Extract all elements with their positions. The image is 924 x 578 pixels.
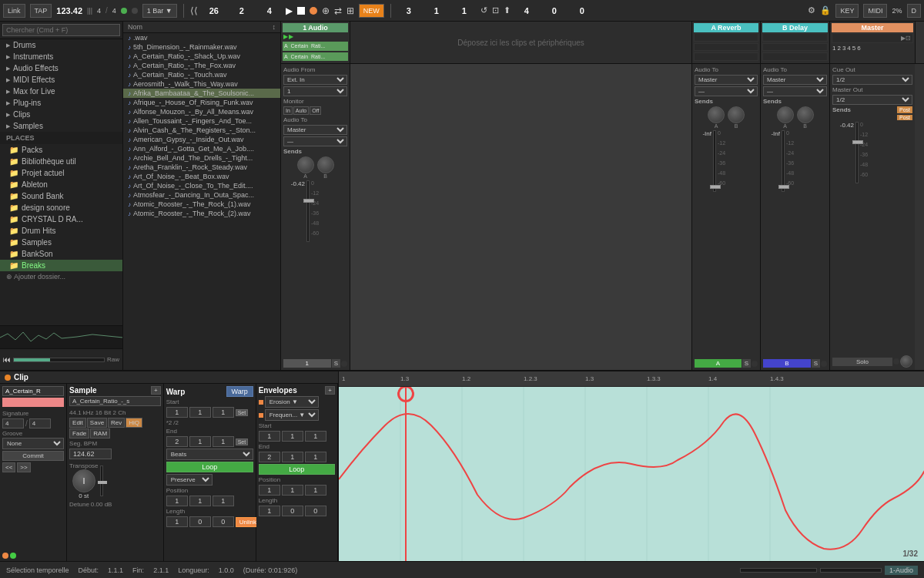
midi-button[interactable]: MIDI (863, 4, 887, 18)
file-item-17[interactable]: ♪Atmosfear_-_Dancing_In_Outa_Spac... (123, 190, 280, 200)
pitch-slider[interactable] (100, 465, 103, 496)
len-field-3[interactable] (213, 516, 234, 527)
d-button[interactable]: D (907, 4, 922, 18)
pos-field-2[interactable] (189, 496, 211, 506)
file-item-16[interactable]: ♪Art_Of_Noise_-_Close_To_The_Edit.... (123, 181, 280, 190)
play-icon-audio1[interactable]: ▶ (283, 33, 288, 40)
loop-btn[interactable]: Loop (166, 462, 253, 472)
commit-button[interactable]: Commit (2, 451, 64, 461)
send-knob-B[interactable] (317, 156, 334, 173)
file-item-2[interactable]: ♪A_Certain_Ratio_-_Shack_Up.wav (123, 52, 280, 61)
env-end-1[interactable] (259, 452, 280, 462)
stop-button[interactable] (297, 7, 305, 15)
env-loop-btn[interactable]: Loop (259, 464, 335, 475)
save-btn[interactable]: Save (87, 418, 107, 428)
record-button[interactable] (310, 7, 317, 15)
delay-channel-btn[interactable]: B (763, 359, 811, 368)
place-item-projet[interactable]: 📁 Projet actuel (0, 167, 122, 179)
right-scrollbar[interactable] (915, 22, 924, 63)
master-cue-knob[interactable] (900, 355, 912, 368)
search-input[interactable] (2, 24, 120, 36)
channel-num-btn[interactable]: 1 (283, 359, 331, 368)
edit-btn[interactable]: Edit (69, 418, 86, 428)
settings-icon[interactable]: ⚙ (808, 5, 815, 15)
monitor-auto-btn[interactable]: Auto (293, 106, 309, 115)
delay-fader-track[interactable] (782, 130, 785, 192)
reverb-clip-empty3[interactable] (694, 52, 758, 61)
ram-btn[interactable]: RAM (90, 428, 110, 439)
add-folder-button[interactable]: ⊕ Ajouter dossier... (0, 271, 122, 282)
place-item-packs[interactable]: 📁 Packs (0, 144, 122, 156)
prev-clip-btn[interactable]: << (2, 462, 15, 472)
next-clip-btn[interactable]: >> (17, 462, 30, 472)
skip-back-icon[interactable]: ⟨⟨ (190, 5, 198, 16)
pos-field-3[interactable] (213, 496, 234, 506)
clip-icon[interactable]: ⊡ (492, 5, 499, 15)
browser-item-instruments[interactable]: ▶ Instruments (0, 51, 122, 62)
groove-select[interactable]: None (2, 438, 64, 449)
start-field-1[interactable] (166, 407, 188, 418)
start-set-btn[interactable]: Set (236, 409, 249, 416)
beats-select[interactable]: Beats (166, 449, 253, 460)
clip-slot-2[interactable]: A_Certain_Rati... (283, 52, 348, 62)
audio-to-select2[interactable]: — (283, 136, 347, 146)
place-item-crystal[interactable]: 📁 CRYSTAL D RA... (0, 213, 122, 225)
env-len-2[interactable] (282, 506, 303, 516)
play-button[interactable]: ▶ (286, 5, 293, 16)
loop-icon[interactable]: ↺ (480, 5, 487, 15)
monitor-off-btn[interactable]: Off (310, 106, 321, 115)
place-item-ableton[interactable]: 📁 Ableton (0, 179, 122, 190)
hiq-btn[interactable]: HiQ (126, 418, 142, 428)
sort-icon[interactable]: ↕ (273, 23, 276, 31)
file-item-4[interactable]: ♪A_Certain_Ratio_-_Touch.wav (123, 70, 280, 79)
sig-num-input[interactable] (2, 418, 24, 428)
delay-solo-btn[interactable]: S (812, 359, 820, 368)
place-item-drumhits[interactable]: 📁 Drum Hits (0, 225, 122, 237)
audio-to-select[interactable]: Master (283, 125, 347, 135)
browser-item-plugins[interactable]: ▶ Plug-ins (0, 97, 122, 109)
post-btn-1[interactable]: Post (897, 106, 912, 113)
delay-audio-to-select2[interactable]: — (763, 86, 827, 96)
browser-item-clips[interactable]: ▶ Clips (0, 109, 122, 120)
reverb-clip-empty1[interactable] (694, 33, 758, 42)
file-item-10[interactable]: ♪Alvin_Cash_&_The_Registers_-_Ston... (123, 126, 280, 135)
lock-icon[interactable]: 🔒 (820, 5, 831, 15)
end-field-3[interactable] (213, 436, 234, 447)
file-item-3[interactable]: ♪A_Certain_Ratio_-_The_Fox.wav (123, 61, 280, 70)
master-solo-label[interactable]: Solo (832, 358, 892, 366)
env-start-2[interactable] (282, 431, 303, 442)
clip-name-input[interactable] (2, 386, 64, 396)
link-button[interactable]: Link (3, 4, 25, 18)
tap-button[interactable]: TAP (30, 4, 52, 18)
place-item-biblio[interactable]: 📁 Bibliothèque util (0, 156, 122, 167)
file-item-11[interactable]: ♪American_Gypsy_-_Inside_Out.wav (123, 135, 280, 144)
track-name-audio1[interactable]: 1 Audio (283, 23, 348, 32)
pitch-slider-handle[interactable] (98, 481, 107, 484)
env-end-2[interactable] (282, 452, 303, 462)
pos-field-1[interactable] (166, 496, 188, 506)
place-item-bankson[interactable]: 📁 BankSon (0, 248, 122, 260)
place-item-samples-place[interactable]: 📁 Samples (0, 237, 122, 248)
env-pos-2[interactable] (282, 485, 303, 496)
delay-fader-handle[interactable] (778, 185, 789, 189)
end-field-2[interactable] (189, 436, 211, 447)
transpose-knob[interactable] (72, 469, 95, 492)
file-item-12[interactable]: ♪Ann_Alford_-_Gotta_Get_Me_A_Job.... (123, 144, 280, 153)
master-fader-handle[interactable] (852, 140, 863, 144)
file-item-0[interactable]: ♪.wav (123, 33, 280, 42)
reverb-clip-empty2[interactable] (694, 43, 758, 52)
env-erosion-select[interactable]: Erosion ▼ (265, 396, 319, 408)
scene-icon[interactable]: ⬆ (504, 5, 511, 15)
file-item-6[interactable]: ♪Afrika_Bambaataa_&_The_Soulsonic... (123, 89, 280, 98)
start-field-3[interactable] (213, 407, 234, 418)
reverb-send-knob-A[interactable] (708, 106, 725, 123)
fader-track-audio1[interactable] (306, 180, 310, 242)
key-button[interactable]: KEY (835, 4, 859, 18)
seg-bpm-input[interactable] (69, 449, 112, 459)
len-field-2[interactable] (189, 516, 211, 527)
reverb-audio-to-select[interactable]: Master (695, 75, 758, 85)
env-frequency-select[interactable]: Frequen... ▼ (265, 409, 319, 421)
fader-handle-audio1[interactable] (303, 199, 314, 203)
sample-add-btn[interactable]: + (151, 386, 161, 395)
file-item-7[interactable]: ♪Afrique_-_House_Of_Rising_Funk.wav (123, 98, 280, 107)
